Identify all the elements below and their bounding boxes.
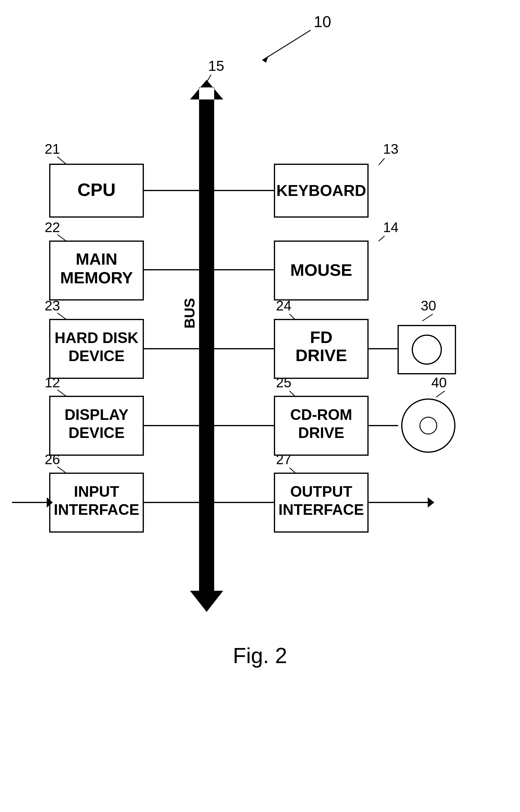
svg-line-30: [436, 391, 445, 397]
bus-label: BUS: [182, 298, 198, 329]
svg-line-25: [422, 314, 433, 321]
cd-rom-drive-label1: CD-ROM: [290, 406, 352, 423]
ref-26: 26: [45, 451, 60, 467]
ref-30: 30: [421, 298, 436, 313]
svg-line-8: [57, 234, 67, 241]
svg-line-14: [57, 467, 67, 473]
cpu-label: CPU: [78, 180, 116, 200]
svg-marker-3: [190, 80, 223, 100]
hard-disk-label2: DEVICE: [69, 347, 125, 364]
svg-line-0: [262, 30, 311, 60]
figure-caption: Fig. 2: [233, 644, 287, 668]
floppy-icon: [398, 326, 456, 374]
input-interface-label1: INPUT: [74, 483, 119, 500]
svg-marker-5: [190, 579, 223, 612]
svg-rect-4: [199, 100, 214, 579]
main-memory-label1: MAIN: [76, 250, 117, 268]
input-interface-label2: INTERFACE: [54, 501, 139, 518]
cd-icon-inner: [420, 417, 437, 434]
fd-drive-label2: DRIVE: [295, 346, 347, 365]
svg-point-26: [412, 335, 441, 364]
display-device-label2: DEVICE: [69, 424, 125, 441]
svg-marker-34: [428, 497, 434, 508]
display-device-label1: DISPLAY: [64, 406, 129, 423]
cd-rom-drive-label2: DRIVE: [298, 424, 344, 441]
output-interface-label1: OUTPUT: [290, 483, 352, 500]
main-memory-label2: MEMORY: [60, 269, 133, 287]
ref-14: 14: [383, 219, 398, 235]
svg-line-18: [379, 158, 385, 165]
svg-line-10: [57, 313, 67, 319]
fd-drive-label1: FD: [310, 328, 333, 346]
ref-24: 24: [276, 298, 291, 313]
ref-10: 10: [314, 13, 331, 30]
ref-15: 15: [208, 58, 224, 74]
ref-22: 22: [45, 219, 60, 235]
ref-27: 27: [276, 451, 291, 467]
svg-line-20: [379, 236, 385, 241]
ref-21: 21: [45, 141, 60, 157]
mouse-label: MOUSE: [290, 260, 352, 279]
output-interface-label2: INTERFACE: [278, 501, 364, 518]
diagram-container: 10 BUS 15 21 CPU 22 MAIN MEMORY: [0, 0, 520, 812]
svg-line-6: [57, 157, 67, 164]
ref-12: 12: [45, 375, 60, 390]
ref-23: 23: [45, 298, 60, 313]
svg-line-31: [290, 468, 295, 473]
hard-disk-label1: HARD DISK: [55, 330, 138, 346]
keyboard-label: KEYBOARD: [276, 182, 366, 199]
ref-25: 25: [276, 375, 291, 390]
cd-icon-outer: [402, 399, 455, 452]
ref-40: 40: [431, 375, 447, 390]
svg-line-12: [57, 390, 67, 396]
ref-13: 13: [383, 141, 398, 157]
